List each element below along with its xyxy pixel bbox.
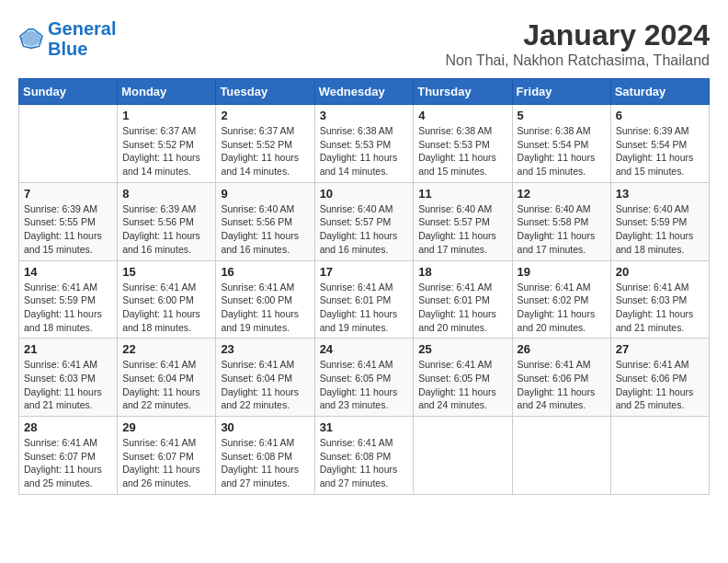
day-number: 12 bbox=[518, 187, 606, 201]
calendar-cell: 25Sunrise: 6:41 AMSunset: 6:05 PMDayligh… bbox=[414, 339, 512, 417]
day-info: Sunrise: 6:41 AMSunset: 6:03 PMDaylight:… bbox=[24, 358, 112, 412]
calendar-cell: 14Sunrise: 6:41 AMSunset: 5:59 PMDayligh… bbox=[19, 260, 118, 339]
day-info: Sunrise: 6:41 AMSunset: 6:08 PMDaylight:… bbox=[320, 436, 409, 490]
calendar-cell: 26Sunrise: 6:41 AMSunset: 6:06 PMDayligh… bbox=[512, 339, 610, 417]
day-info: Sunrise: 6:37 AMSunset: 5:52 PMDaylight:… bbox=[122, 124, 210, 178]
day-info: Sunrise: 6:39 AMSunset: 5:56 PMDaylight:… bbox=[122, 202, 210, 257]
day-info: Sunrise: 6:41 AMSunset: 6:02 PMDaylight:… bbox=[518, 281, 606, 335]
calendar-week-row: 7Sunrise: 6:39 AMSunset: 5:55 PMDaylight… bbox=[19, 182, 710, 260]
day-number: 29 bbox=[122, 420, 210, 434]
calendar-cell: 13Sunrise: 6:40 AMSunset: 5:59 PMDayligh… bbox=[610, 182, 709, 260]
day-info: Sunrise: 6:41 AMSunset: 6:06 PMDaylight:… bbox=[518, 358, 606, 412]
day-info: Sunrise: 6:41 AMSunset: 6:00 PMDaylight:… bbox=[122, 281, 210, 335]
day-info: Sunrise: 6:41 AMSunset: 6:08 PMDaylight:… bbox=[221, 436, 309, 490]
day-number: 26 bbox=[518, 342, 606, 356]
day-number: 13 bbox=[616, 187, 704, 201]
day-info: Sunrise: 6:40 AMSunset: 5:57 PMDaylight:… bbox=[418, 202, 506, 257]
calendar-cell: 24Sunrise: 6:41 AMSunset: 6:05 PMDayligh… bbox=[314, 339, 414, 417]
calendar-cell bbox=[19, 105, 118, 183]
day-number: 25 bbox=[418, 342, 506, 356]
logo: General Blue bbox=[18, 18, 116, 59]
column-header-tuesday: Tuesday bbox=[216, 79, 314, 105]
logo-icon bbox=[18, 26, 44, 52]
main-title: January 2024 bbox=[445, 18, 710, 52]
day-number: 14 bbox=[24, 265, 112, 279]
calendar-cell bbox=[610, 417, 709, 495]
calendar-cell: 30Sunrise: 6:41 AMSunset: 6:08 PMDayligh… bbox=[216, 417, 314, 495]
calendar-week-row: 1Sunrise: 6:37 AMSunset: 5:52 PMDaylight… bbox=[19, 105, 710, 183]
day-number: 7 bbox=[24, 187, 112, 201]
calendar-header-row: SundayMondayTuesdayWednesdayThursdayFrid… bbox=[19, 79, 710, 105]
calendar-week-row: 14Sunrise: 6:41 AMSunset: 5:59 PMDayligh… bbox=[19, 260, 710, 339]
day-number: 27 bbox=[616, 342, 704, 356]
day-info: Sunrise: 6:37 AMSunset: 5:52 PMDaylight:… bbox=[221, 124, 309, 178]
day-number: 4 bbox=[418, 109, 506, 122]
calendar-table: SundayMondayTuesdayWednesdayThursdayFrid… bbox=[18, 78, 710, 495]
day-info: Sunrise: 6:41 AMSunset: 6:04 PMDaylight:… bbox=[122, 358, 210, 412]
day-info: Sunrise: 6:41 AMSunset: 6:07 PMDaylight:… bbox=[24, 436, 112, 490]
day-number: 10 bbox=[320, 187, 409, 201]
calendar-cell: 5Sunrise: 6:38 AMSunset: 5:54 PMDaylight… bbox=[512, 105, 610, 183]
calendar-cell: 23Sunrise: 6:41 AMSunset: 6:04 PMDayligh… bbox=[216, 339, 314, 417]
subtitle: Non Thai, Nakhon Ratchasima, Thailand bbox=[445, 52, 710, 69]
calendar-week-row: 28Sunrise: 6:41 AMSunset: 6:07 PMDayligh… bbox=[19, 417, 710, 495]
calendar-cell: 29Sunrise: 6:41 AMSunset: 6:07 PMDayligh… bbox=[118, 417, 216, 495]
day-number: 16 bbox=[221, 265, 309, 279]
column-header-saturday: Saturday bbox=[610, 79, 709, 105]
day-info: Sunrise: 6:41 AMSunset: 6:06 PMDaylight:… bbox=[616, 358, 704, 412]
calendar-cell: 19Sunrise: 6:41 AMSunset: 6:02 PMDayligh… bbox=[512, 260, 610, 339]
calendar-cell: 7Sunrise: 6:39 AMSunset: 5:55 PMDaylight… bbox=[19, 182, 118, 260]
day-number: 21 bbox=[24, 342, 112, 356]
day-number: 28 bbox=[24, 420, 112, 434]
day-info: Sunrise: 6:41 AMSunset: 6:05 PMDaylight:… bbox=[320, 358, 409, 412]
column-header-sunday: Sunday bbox=[19, 79, 118, 105]
calendar-cell: 1Sunrise: 6:37 AMSunset: 5:52 PMDaylight… bbox=[118, 105, 216, 183]
calendar-week-row: 21Sunrise: 6:41 AMSunset: 6:03 PMDayligh… bbox=[19, 339, 710, 417]
calendar-cell: 28Sunrise: 6:41 AMSunset: 6:07 PMDayligh… bbox=[19, 417, 118, 495]
calendar-cell: 10Sunrise: 6:40 AMSunset: 5:57 PMDayligh… bbox=[314, 182, 414, 260]
calendar-cell bbox=[512, 417, 610, 495]
day-number: 24 bbox=[320, 342, 409, 356]
calendar-cell: 21Sunrise: 6:41 AMSunset: 6:03 PMDayligh… bbox=[19, 339, 118, 417]
page-header: General Blue January 2024 Non Thai, Nakh… bbox=[18, 18, 710, 69]
day-info: Sunrise: 6:40 AMSunset: 5:59 PMDaylight:… bbox=[616, 202, 704, 257]
day-number: 5 bbox=[518, 109, 606, 122]
day-number: 6 bbox=[616, 109, 704, 122]
column-header-monday: Monday bbox=[118, 79, 216, 105]
day-info: Sunrise: 6:39 AMSunset: 5:54 PMDaylight:… bbox=[616, 124, 704, 178]
day-number: 30 bbox=[221, 420, 309, 434]
calendar-cell: 12Sunrise: 6:40 AMSunset: 5:58 PMDayligh… bbox=[512, 182, 610, 260]
day-number: 8 bbox=[122, 187, 210, 201]
day-info: Sunrise: 6:41 AMSunset: 6:05 PMDaylight:… bbox=[418, 358, 506, 412]
day-info: Sunrise: 6:41 AMSunset: 5:59 PMDaylight:… bbox=[24, 281, 112, 335]
calendar-cell bbox=[414, 417, 512, 495]
column-header-thursday: Thursday bbox=[414, 79, 512, 105]
day-info: Sunrise: 6:40 AMSunset: 5:57 PMDaylight:… bbox=[320, 202, 409, 257]
calendar-cell: 15Sunrise: 6:41 AMSunset: 6:00 PMDayligh… bbox=[118, 260, 216, 339]
column-header-friday: Friday bbox=[512, 79, 610, 105]
day-number: 2 bbox=[221, 109, 309, 122]
day-info: Sunrise: 6:41 AMSunset: 6:01 PMDaylight:… bbox=[320, 281, 409, 335]
column-header-wednesday: Wednesday bbox=[314, 79, 414, 105]
calendar-cell: 8Sunrise: 6:39 AMSunset: 5:56 PMDaylight… bbox=[118, 182, 216, 260]
logo-text: General Blue bbox=[48, 18, 116, 59]
day-number: 22 bbox=[122, 342, 210, 356]
day-number: 19 bbox=[518, 265, 606, 279]
calendar-cell: 6Sunrise: 6:39 AMSunset: 5:54 PMDaylight… bbox=[610, 105, 709, 183]
day-number: 20 bbox=[616, 265, 704, 279]
day-info: Sunrise: 6:40 AMSunset: 5:56 PMDaylight:… bbox=[221, 202, 309, 257]
day-number: 9 bbox=[221, 187, 309, 201]
day-number: 11 bbox=[418, 187, 506, 201]
day-number: 23 bbox=[221, 342, 309, 356]
calendar-cell: 20Sunrise: 6:41 AMSunset: 6:03 PMDayligh… bbox=[610, 260, 709, 339]
day-info: Sunrise: 6:40 AMSunset: 5:58 PMDaylight:… bbox=[518, 202, 606, 257]
day-info: Sunrise: 6:41 AMSunset: 6:01 PMDaylight:… bbox=[418, 281, 506, 335]
calendar-cell: 3Sunrise: 6:38 AMSunset: 5:53 PMDaylight… bbox=[314, 105, 414, 183]
day-number: 3 bbox=[320, 109, 409, 122]
calendar-cell: 11Sunrise: 6:40 AMSunset: 5:57 PMDayligh… bbox=[414, 182, 512, 260]
day-info: Sunrise: 6:38 AMSunset: 5:54 PMDaylight:… bbox=[518, 124, 606, 178]
calendar-cell: 31Sunrise: 6:41 AMSunset: 6:08 PMDayligh… bbox=[314, 417, 414, 495]
calendar-cell: 27Sunrise: 6:41 AMSunset: 6:06 PMDayligh… bbox=[610, 339, 709, 417]
day-number: 15 bbox=[122, 265, 210, 279]
day-number: 18 bbox=[418, 265, 506, 279]
